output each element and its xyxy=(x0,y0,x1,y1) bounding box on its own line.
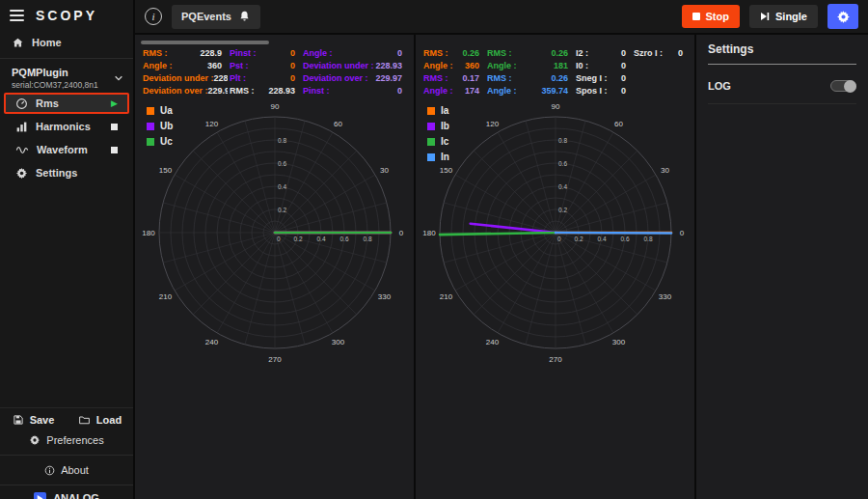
legend-swatch xyxy=(427,107,435,115)
home-icon xyxy=(12,37,24,49)
measurement-cell: RMS :0.26 xyxy=(485,72,574,85)
svg-text:0.4: 0.4 xyxy=(558,183,567,190)
divider xyxy=(0,485,133,485)
measurement-cell: Angle :174 xyxy=(421,85,485,97)
legend-item-Ub[interactable]: Ub xyxy=(147,121,173,131)
current-legend: IaIbIcIn xyxy=(427,105,449,162)
load-button[interactable]: Load xyxy=(67,414,133,426)
svg-text:150: 150 xyxy=(439,166,452,175)
info-button[interactable]: i xyxy=(145,8,162,25)
svg-text:180: 180 xyxy=(422,229,436,237)
svg-text:60: 60 xyxy=(334,120,342,128)
stop-label: Stop xyxy=(706,11,729,22)
svg-text:0.6: 0.6 xyxy=(339,236,348,242)
svg-text:0.6: 0.6 xyxy=(620,236,629,242)
sidebar-item-settings[interactable]: Settings xyxy=(4,162,129,183)
bell-icon[interactable] xyxy=(238,10,251,23)
measurement-cell xyxy=(632,60,689,72)
svg-text:0.4: 0.4 xyxy=(316,236,325,242)
stop-button[interactable]: Stop xyxy=(682,5,740,28)
legend-item-Ia[interactable]: Ia xyxy=(427,105,449,116)
voltage-measurements-table: RMS :228.9Pinst :0Angle :0Angle :360Pst … xyxy=(141,47,408,97)
legend-item-Ua[interactable]: Ua xyxy=(147,105,173,116)
sidebar: SCOPY Home PQMPlugin serial:COM37,2400,8… xyxy=(0,0,135,499)
legend-item-Ib[interactable]: Ib xyxy=(427,121,449,131)
legend-label: Ua xyxy=(160,105,173,116)
stopped-indicator-icon[interactable] xyxy=(111,124,118,130)
load-label: Load xyxy=(96,414,122,426)
rms-icon xyxy=(15,97,28,110)
info-circle-icon xyxy=(44,465,55,476)
legend-label: In xyxy=(441,152,449,162)
stop-square-icon xyxy=(692,13,700,20)
svg-text:150: 150 xyxy=(158,166,172,175)
legend-label: Ib xyxy=(441,121,449,131)
legend-item-Uc[interactable]: Uc xyxy=(147,136,173,147)
svg-text:0.8: 0.8 xyxy=(558,137,567,144)
measurement-cell: Angle :360 xyxy=(141,60,228,72)
svg-text:0.6: 0.6 xyxy=(278,160,286,167)
measurement-cell xyxy=(632,72,689,85)
settings-side-panel: Settings LOG xyxy=(696,35,868,499)
voltage-legend: UaUbUc xyxy=(147,105,173,147)
scopy-logo: SCOPY xyxy=(36,8,97,23)
svg-text:0.2: 0.2 xyxy=(293,236,302,242)
save-button[interactable]: Save xyxy=(0,414,67,426)
svg-text:30: 30 xyxy=(379,166,388,175)
legend-label: Ic xyxy=(441,136,448,147)
chevron-down-icon[interactable] xyxy=(114,73,123,83)
measurement-cell: Angle :0 xyxy=(301,47,408,60)
pqevents-tab[interactable]: PQEvents xyxy=(172,5,260,29)
measurement-cell: Pst :0 xyxy=(228,60,301,72)
single-button[interactable]: Single xyxy=(749,5,818,28)
sidebar-item-label: Settings xyxy=(36,167,77,179)
waveform-sine-icon xyxy=(15,144,29,156)
log-toggle-switch[interactable] xyxy=(830,80,856,92)
running-indicator-icon[interactable]: ▶ xyxy=(111,99,118,108)
svg-text:300: 300 xyxy=(611,338,625,347)
main-column: i PQEvents Stop Single RMS :22 xyxy=(135,0,868,499)
settings-gear-button[interactable] xyxy=(827,4,858,29)
measurement-cell: RMS :0.26 xyxy=(485,47,574,60)
analog-plugin-icon xyxy=(34,492,46,499)
sidebar-item-label: Harmonics xyxy=(36,121,91,132)
measurement-cell: RMS :0.26 xyxy=(421,47,485,60)
save-label: Save xyxy=(30,414,55,426)
sidebar-item-harmonics[interactable]: Harmonics xyxy=(4,116,129,137)
sidebar-item-home[interactable]: Home xyxy=(0,31,133,54)
sidebar-item-waveform[interactable]: Waveform xyxy=(4,139,129,160)
voltage-chart-area: UaUbUc 030609012015018021024027030033000… xyxy=(141,99,408,494)
single-capture-icon xyxy=(760,12,770,21)
about-button[interactable]: About xyxy=(0,459,133,481)
measurement-cell: Pinst :0 xyxy=(301,85,408,97)
scopy-app-window: { "app": { "logo": "SCOPY" }, "colors": … xyxy=(0,0,868,499)
table-horizontal-scrollbar[interactable] xyxy=(141,41,269,44)
single-label: Single xyxy=(775,11,807,22)
svg-text:210: 210 xyxy=(439,292,452,301)
gear-icon xyxy=(29,434,41,446)
svg-text:0.4: 0.4 xyxy=(278,183,286,190)
gear-icon xyxy=(15,167,28,180)
svg-text:60: 60 xyxy=(614,120,623,128)
measurement-cell: Angle :181 xyxy=(485,60,574,72)
sidebar-item-rms[interactable]: Rms ▶ xyxy=(4,93,129,114)
sidebar-item-analog[interactable]: ANALOG xyxy=(0,489,133,499)
svg-text:0.8: 0.8 xyxy=(278,137,286,144)
gear-icon xyxy=(836,10,851,24)
svg-text:330: 330 xyxy=(377,292,391,301)
legend-swatch xyxy=(427,138,435,146)
plugin-header-pqmplugin[interactable]: PQMPlugin serial:COM37,2400,8n1 xyxy=(0,63,133,92)
sidebar-footer: Save Load Preferences About xyxy=(0,407,133,499)
load-folder-icon xyxy=(78,414,91,426)
sidebar-header: SCOPY xyxy=(0,0,133,31)
legend-item-In[interactable]: In xyxy=(427,152,449,162)
measurement-cell: Sneg I :0 xyxy=(574,72,632,85)
content-area: RMS :228.9Pinst :0Angle :0Angle :360Pst … xyxy=(135,35,868,499)
preferences-button[interactable]: Preferences xyxy=(0,430,133,451)
svg-text:210: 210 xyxy=(158,292,172,301)
stopped-indicator-icon[interactable] xyxy=(111,147,118,153)
legend-item-Ic[interactable]: Ic xyxy=(427,136,449,147)
legend-label: Uc xyxy=(160,136,173,147)
hamburger-menu-icon[interactable] xyxy=(10,10,24,21)
preferences-label: Preferences xyxy=(46,434,103,446)
